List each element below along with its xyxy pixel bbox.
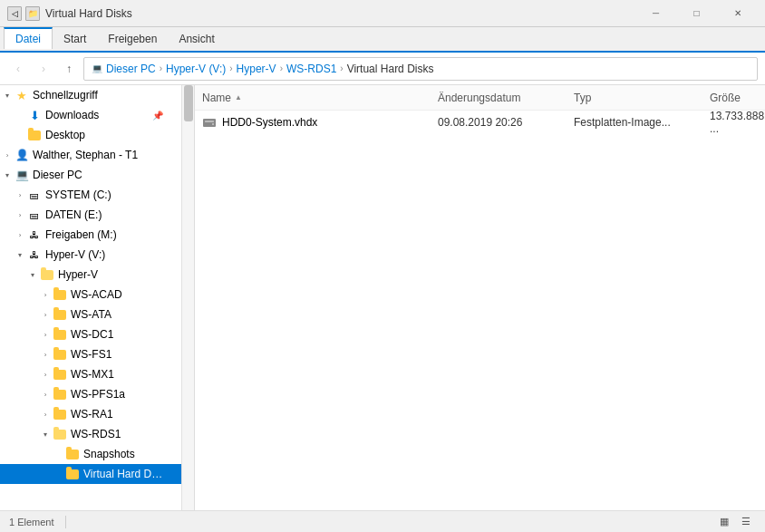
sidebar-item-hyper-v-folder[interactable]: ▾Hyper-V xyxy=(0,265,181,285)
expand-btn-ws-ra1[interactable]: › xyxy=(38,407,53,421)
back-button[interactable]: ‹ xyxy=(7,58,29,80)
sidebar-item-snapshots[interactable]: Snapshots xyxy=(0,444,181,464)
sidebar-item-ws-pfs1a[interactable]: ›WS-PFS1a xyxy=(0,384,181,404)
file-icon xyxy=(202,115,217,130)
breadcrumb-sep-3: › xyxy=(280,63,283,73)
expand-btn-schnellzugriff[interactable]: ▾ xyxy=(0,88,15,102)
minimize-button[interactable]: ─ xyxy=(635,0,676,27)
sidebar-item-dieser-pc[interactable]: ▾💻Dieser PC xyxy=(0,165,181,185)
sidebar-item-daten-e[interactable]: ›🖴DATEN (E:) xyxy=(0,205,181,225)
tree-label-ws-mx1: WS-MX1 xyxy=(71,368,114,381)
expand-btn-ws-acad[interactable]: › xyxy=(38,287,53,302)
tree-label-hyper-v-folder: Hyper-V xyxy=(58,268,98,281)
tree-icon-ws-pfs1a xyxy=(53,387,67,401)
close-button[interactable]: ✕ xyxy=(717,0,758,27)
sidebar: ▾★Schnellzugriff⬇Downloads📌Desktop›👤Walt… xyxy=(0,85,195,510)
expand-btn-ws-mx1[interactable]: › xyxy=(38,367,53,382)
expand-btn-ws-ata[interactable]: › xyxy=(38,307,53,322)
sidebar-item-ws-ra1[interactable]: ›WS-RA1 xyxy=(0,404,181,424)
ribbon-tab-datei[interactable]: Datei xyxy=(4,27,53,49)
sidebar-item-ws-ata[interactable]: ›WS-ATA xyxy=(0,305,181,324)
sidebar-item-freigaben-m[interactable]: ›🖧Freigaben (M:) xyxy=(0,225,181,245)
breadcrumb-hyperv[interactable]: Hyper-V xyxy=(237,63,276,75)
forward-button[interactable]: › xyxy=(33,58,54,80)
maximize-button[interactable]: □ xyxy=(676,0,717,27)
tree-icon-freigaben-m: 🖧 xyxy=(27,227,42,242)
tree-icon-ws-ra1 xyxy=(53,407,67,421)
expand-btn-ws-pfs1a[interactable]: › xyxy=(38,387,53,401)
expand-btn-daten-e[interactable]: › xyxy=(13,208,27,222)
file-icon-cell: HDD0-System.vhdx xyxy=(202,115,438,130)
breadcrumb-ws-rds1[interactable]: WS-RDS1 xyxy=(286,63,336,75)
sidebar-item-virtual-hard-disks[interactable]: Virtual Hard Disks xyxy=(0,464,181,484)
window-controls: ─ □ ✕ xyxy=(635,0,758,27)
sidebar-scrollbar[interactable] xyxy=(181,85,194,510)
col-header-size[interactable]: Größe xyxy=(710,92,758,104)
tree-label-walther: Walther, Stephan - T1 xyxy=(33,149,138,161)
expand-btn-freigaben-m[interactable]: › xyxy=(13,227,27,242)
title-icon-back[interactable]: ◁ xyxy=(7,6,22,21)
sidebar-item-ws-fs1[interactable]: ›WS-FS1 xyxy=(0,344,181,364)
main-area: ▾★Schnellzugriff⬇Downloads📌Desktop›👤Walt… xyxy=(0,85,765,510)
expand-btn-ws-rds1[interactable]: ▾ xyxy=(38,427,53,441)
file-size: 13.733.888 ... xyxy=(710,110,764,135)
tree-label-snapshots: Snapshots xyxy=(83,448,135,460)
tree-icon-dieser-pc: 💻 xyxy=(15,168,29,182)
sidebar-item-desktop[interactable]: Desktop xyxy=(0,125,181,145)
up-button[interactable]: ↑ xyxy=(58,58,80,80)
sidebar-item-ws-rds1[interactable]: ▾WS-RDS1 xyxy=(0,424,181,444)
expand-btn-dieser-pc[interactable]: ▾ xyxy=(0,168,15,182)
expand-btn-virtual-hard-disks xyxy=(51,467,65,481)
view-icon-grid[interactable]: ▦ xyxy=(714,514,734,530)
status-bar: 1 Element ▦ ☰ xyxy=(0,510,765,532)
tree-label-schnellzugriff: Schnellzugriff xyxy=(33,89,98,102)
sidebar-item-ws-acad[interactable]: ›WS-ACAD xyxy=(0,285,181,305)
col-header-date[interactable]: Änderungsdatum xyxy=(438,92,574,104)
expand-btn-hyper-v-v[interactable]: ▾ xyxy=(13,247,27,262)
sidebar-item-ws-dc1[interactable]: ›WS-DC1 xyxy=(0,324,181,344)
breadcrumb-dieser-pc[interactable]: Dieser PC xyxy=(106,63,156,75)
sidebar-item-ws-mx1[interactable]: ›WS-MX1 xyxy=(0,364,181,384)
sidebar-item-schnellzugriff[interactable]: ▾★Schnellzugriff xyxy=(0,85,181,105)
breadcrumb-bar: 💻 Dieser PC › Hyper-V (V:) › Hyper-V › W… xyxy=(83,57,758,81)
tree-label-ws-ra1: WS-RA1 xyxy=(71,408,113,421)
ribbon-tab-freigeben[interactable]: Freigeben xyxy=(97,29,168,49)
breadcrumb-hyperv-v[interactable]: Hyper-V (V:) xyxy=(166,63,226,75)
tree-icon-hyper-v-v: 🖧 xyxy=(27,247,42,262)
sort-arrow-name: ▲ xyxy=(235,93,242,102)
view-icon-list[interactable]: ☰ xyxy=(736,514,756,530)
sidebar-item-walther[interactable]: ›👤Walther, Stephan - T1 xyxy=(0,145,181,165)
column-headers: Name ▲ Änderungsdatum Typ Größe xyxy=(195,85,765,111)
tree-icon-ws-acad xyxy=(53,287,67,302)
sidebar-item-downloads[interactable]: ⬇Downloads📌 xyxy=(0,105,181,125)
tree-label-dieser-pc: Dieser PC xyxy=(33,169,82,181)
tree-label-ws-acad: WS-ACAD xyxy=(71,288,122,301)
tree-icon-snapshots xyxy=(65,447,80,461)
expand-btn-walther[interactable]: › xyxy=(0,148,15,162)
col-header-type[interactable]: Typ xyxy=(574,92,710,104)
expand-btn-ws-dc1[interactable]: › xyxy=(38,327,53,342)
tree-label-daten-e: DATEN (E:) xyxy=(45,208,102,221)
tree-icon-schnellzugriff: ★ xyxy=(15,88,29,102)
content-area: Name ▲ Änderungsdatum Typ Größe HDD0-Sys… xyxy=(195,85,765,510)
expand-btn-ws-fs1[interactable]: › xyxy=(38,347,53,362)
table-row[interactable]: HDD0-System.vhdx09.08.2019 20:26Festplat… xyxy=(195,111,765,134)
tree-label-ws-pfs1a: WS-PFS1a xyxy=(71,388,125,401)
expand-btn-system-c[interactable]: › xyxy=(13,188,27,202)
tree-icon-system-c: 🖴 xyxy=(27,188,42,202)
tree-label-ws-dc1: WS-DC1 xyxy=(71,328,113,341)
expand-btn-hyper-v-folder[interactable]: ▾ xyxy=(25,267,40,282)
tree-icon-hyper-v-folder xyxy=(40,267,54,282)
breadcrumb-sep-2: › xyxy=(229,63,232,73)
ribbon-tab-start[interactable]: Start xyxy=(53,29,97,49)
ribbon-tab-ansicht[interactable]: Ansicht xyxy=(168,29,225,49)
breadcrumb-sep-4: › xyxy=(340,63,343,73)
col-header-name[interactable]: Name ▲ xyxy=(202,92,438,104)
computer-icon: 💻 xyxy=(92,63,102,73)
tree-label-hyper-v-v: Hyper-V (V:) xyxy=(45,248,105,261)
tree-icon-desktop xyxy=(27,128,42,142)
sidebar-item-hyper-v-v[interactable]: ▾🖧Hyper-V (V:) xyxy=(0,245,181,265)
sidebar-item-system-c[interactable]: ›🖴SYSTEM (C:) xyxy=(0,185,181,205)
breadcrumb-virtual-hard-disks: Virtual Hard Disks xyxy=(347,63,434,75)
file-list: HDD0-System.vhdx09.08.2019 20:26Festplat… xyxy=(195,111,765,134)
